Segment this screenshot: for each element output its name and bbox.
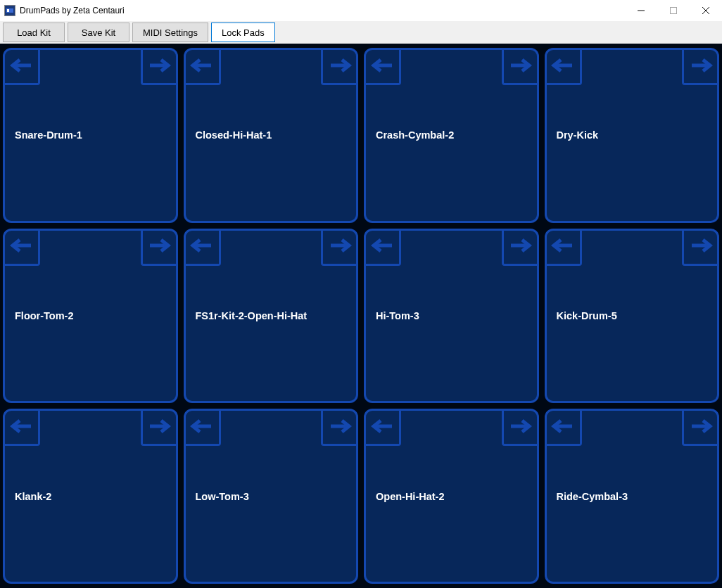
pad-label: Closed-Hi-Hat-1 bbox=[186, 129, 279, 141]
pad-label: Kick-Drum-5 bbox=[547, 310, 624, 321]
arrow-right-icon bbox=[147, 58, 171, 76]
prev-sample-button[interactable] bbox=[366, 411, 401, 446]
drum-pad[interactable]: Low-Tom-3 bbox=[184, 409, 359, 584]
drum-pad[interactable]: Floor-Tom-2 bbox=[3, 229, 178, 404]
close-button[interactable] bbox=[690, 0, 722, 21]
arrow-right-icon bbox=[508, 418, 532, 437]
next-sample-button[interactable] bbox=[141, 50, 176, 85]
drum-pad[interactable]: Hi-Tom-3 bbox=[364, 229, 539, 404]
prev-sample-button[interactable] bbox=[547, 411, 582, 446]
maximize-button bbox=[657, 0, 690, 21]
prev-sample-button[interactable] bbox=[186, 50, 221, 85]
arrow-left-icon bbox=[371, 58, 395, 76]
window-title: DrumPads by Zeta Centauri bbox=[20, 6, 125, 15]
arrow-left-icon bbox=[10, 58, 34, 76]
drum-pad[interactable]: Snare-Drum-1 bbox=[3, 48, 178, 223]
prev-sample-button[interactable] bbox=[186, 231, 221, 266]
pad-label: Floor-Tom-2 bbox=[5, 310, 81, 321]
arrow-left-icon bbox=[551, 58, 575, 76]
window-controls bbox=[625, 0, 722, 21]
arrow-right-icon bbox=[147, 418, 171, 437]
drum-pad[interactable]: Closed-Hi-Hat-1 bbox=[184, 48, 359, 223]
drum-pad[interactable]: Ride-Cymbal-3 bbox=[545, 409, 720, 584]
lock-pads-button[interactable]: Lock Pads bbox=[211, 23, 275, 42]
app-icon bbox=[4, 5, 15, 16]
arrow-right-icon bbox=[328, 238, 352, 256]
prev-sample-button[interactable] bbox=[186, 411, 221, 446]
drum-pad[interactable]: Open-Hi-Hat-2 bbox=[364, 409, 539, 584]
pad-grid: Snare-Drum-1Closed-Hi-Hat-1Crash-Cymbal-… bbox=[0, 44, 722, 588]
next-sample-button[interactable] bbox=[141, 231, 176, 266]
arrow-right-icon bbox=[328, 58, 352, 76]
arrow-left-icon bbox=[190, 418, 214, 437]
drum-pad[interactable]: Klank-2 bbox=[3, 409, 178, 584]
pad-label: Hi-Tom-3 bbox=[366, 310, 426, 321]
next-sample-button[interactable] bbox=[321, 231, 356, 266]
prev-sample-button[interactable] bbox=[5, 231, 40, 266]
save-kit-button[interactable]: Save Kit bbox=[68, 23, 129, 42]
svg-rect-1 bbox=[7, 9, 9, 12]
pad-label: Snare-Drum-1 bbox=[5, 129, 89, 141]
pad-label: Crash-Cymbal-2 bbox=[366, 129, 461, 141]
pad-label: Klank-2 bbox=[5, 491, 58, 502]
arrow-right-icon bbox=[508, 238, 532, 256]
window-titlebar: DrumPads by Zeta Centauri bbox=[0, 0, 722, 21]
pad-label: Dry-Kick bbox=[547, 129, 606, 141]
prev-sample-button[interactable] bbox=[5, 411, 40, 446]
pad-label: Low-Tom-3 bbox=[186, 491, 256, 502]
drum-pad[interactable]: FS1r-Kit-2-Open-Hi-Hat bbox=[184, 229, 359, 404]
prev-sample-button[interactable] bbox=[5, 50, 40, 85]
next-sample-button[interactable] bbox=[321, 50, 356, 85]
drum-pad[interactable]: Kick-Drum-5 bbox=[545, 229, 720, 404]
next-sample-button[interactable] bbox=[682, 231, 717, 266]
next-sample-button[interactable] bbox=[682, 50, 717, 85]
load-kit-button[interactable]: Load Kit bbox=[3, 23, 65, 42]
arrow-left-icon bbox=[551, 418, 575, 437]
prev-sample-button[interactable] bbox=[547, 231, 582, 266]
arrow-left-icon bbox=[190, 238, 214, 256]
prev-sample-button[interactable] bbox=[366, 231, 401, 266]
arrow-right-icon bbox=[689, 418, 713, 437]
prev-sample-button[interactable] bbox=[366, 50, 401, 85]
drum-pad[interactable]: Crash-Cymbal-2 bbox=[364, 48, 539, 223]
arrow-left-icon bbox=[190, 58, 214, 76]
arrow-right-icon bbox=[689, 58, 713, 76]
drum-pad[interactable]: Dry-Kick bbox=[545, 48, 720, 223]
arrow-right-icon bbox=[689, 238, 713, 256]
next-sample-button[interactable] bbox=[682, 411, 717, 446]
pad-label: Open-Hi-Hat-2 bbox=[366, 491, 451, 502]
arrow-left-icon bbox=[10, 418, 34, 437]
next-sample-button[interactable] bbox=[502, 50, 537, 85]
arrow-right-icon bbox=[328, 418, 352, 437]
pad-label: Ride-Cymbal-3 bbox=[547, 491, 635, 502]
midi-settings-button[interactable]: MIDI Settings bbox=[132, 23, 208, 42]
pad-label: FS1r-Kit-2-Open-Hi-Hat bbox=[186, 310, 315, 321]
arrow-left-icon bbox=[371, 418, 395, 437]
main-toolbar: Load Kit Save Kit MIDI Settings Lock Pad… bbox=[0, 21, 722, 44]
prev-sample-button[interactable] bbox=[547, 50, 582, 85]
next-sample-button[interactable] bbox=[502, 231, 537, 266]
arrow-left-icon bbox=[10, 238, 34, 256]
arrow-left-icon bbox=[551, 238, 575, 256]
next-sample-button[interactable] bbox=[502, 411, 537, 446]
next-sample-button[interactable] bbox=[141, 411, 176, 446]
arrow-left-icon bbox=[371, 238, 395, 256]
svg-rect-3 bbox=[671, 8, 677, 14]
minimize-button[interactable] bbox=[625, 0, 657, 21]
arrow-right-icon bbox=[508, 58, 532, 76]
arrow-right-icon bbox=[147, 238, 171, 256]
next-sample-button[interactable] bbox=[321, 411, 356, 446]
